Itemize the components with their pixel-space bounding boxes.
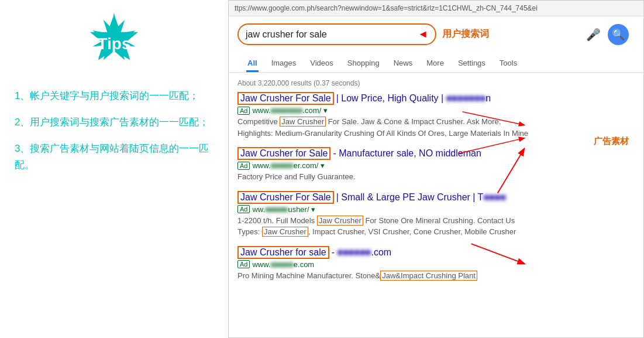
ad-badge-1: Ad bbox=[237, 107, 250, 115]
ad-title-row-3: Jaw Crusher For Sale | Small & Large PE … bbox=[237, 191, 635, 204]
tab-settings[interactable]: Settings bbox=[457, 56, 487, 72]
tab-news[interactable]: News bbox=[392, 56, 414, 72]
ad-badge-4: Ad bbox=[237, 260, 250, 268]
ad-result-1: Jaw Crusher For Sale | Low Price, High Q… bbox=[237, 92, 635, 139]
ad-landing-highlight: Jaw&Impact Crushing Plant bbox=[380, 271, 477, 281]
browser-panel: ttps://www.google.com.ph/search?newwindo… bbox=[228, 0, 644, 338]
ad-desc-2: Factory Price and Fully Guarantee. bbox=[237, 171, 635, 183]
ad-title-link-1[interactable]: Jaw Crusher For Sale bbox=[237, 92, 334, 105]
tips-container: Tips bbox=[15, 12, 213, 76]
results-area: About 3,220,000 results (0.37 seconds) 广… bbox=[229, 73, 643, 337]
ad-highlight-3b: Jaw Crusher bbox=[262, 227, 308, 237]
ad-url-row-3: Ad ww.■■■■■usher/ ▾ bbox=[237, 205, 635, 214]
search-query: jaw crusher for sale bbox=[246, 29, 415, 40]
ad-highlight-3: Jaw Crusher bbox=[317, 216, 363, 226]
tips-starburst: Tips bbox=[82, 12, 146, 76]
ad-desc-1: Competitive Jaw Crusher For Sale. Jaw & … bbox=[237, 116, 635, 139]
ad-title-link-4[interactable]: Jaw Crusher for sale bbox=[237, 246, 329, 259]
ad-url-row-1: Ad www.■■■■■■■.com/ ▾ bbox=[237, 106, 635, 115]
search-submit-icon[interactable]: 🔍 bbox=[608, 24, 629, 45]
results-wrapper: 广告素材 Jaw Crusher For Sale | Low Price, H… bbox=[237, 92, 635, 281]
ad-title-rest-4: - ■■■■■■.com bbox=[332, 247, 391, 258]
search-arrow-icon: ◄ bbox=[418, 28, 428, 40]
mic-icon[interactable]: 🎤 bbox=[586, 28, 601, 42]
ad-title-link-3[interactable]: Jaw Crusher For Sale bbox=[237, 191, 334, 204]
ad-title-row-1: Jaw Crusher For Sale | Low Price, High Q… bbox=[237, 92, 635, 105]
tab-videos[interactable]: Videos bbox=[309, 56, 335, 72]
ad-title-row-2: Jaw Crusher for Sale - Manufacturer sale… bbox=[237, 147, 635, 160]
points-container: 1、帐户关键字与用户搜索词的一一匹配； 2、用户搜索词与搜索广告素材的一一匹配；… bbox=[15, 88, 213, 173]
ad-result-2: Jaw Crusher for Sale - Manufacturer sale… bbox=[237, 147, 635, 183]
ad-title-rest-2: - Manufacturer sale, NO middleman bbox=[333, 148, 481, 159]
url-bar: ttps://www.google.com.ph/search?newwindo… bbox=[229, 1, 643, 16]
nav-tabs: All Images Videos Shopping News More Set… bbox=[237, 51, 527, 72]
ad-badge-2: Ad bbox=[237, 162, 250, 170]
search-label: 用户搜索词 bbox=[442, 28, 489, 40]
results-count: About 3,220,000 results (0.37 seconds) bbox=[237, 79, 635, 87]
ad-badge-3: Ad bbox=[237, 205, 250, 213]
tab-images[interactable]: Images bbox=[270, 56, 298, 72]
ad-title-row-4: Jaw Crusher for sale - ■■■■■■.com bbox=[237, 246, 635, 259]
ad-material-label: 广告素材 bbox=[594, 136, 629, 147]
ad-result-3: Jaw Crusher For Sale | Small & Large PE … bbox=[237, 191, 635, 238]
ad-url-1: www.■■■■■■■.com/ ▾ bbox=[252, 106, 327, 115]
left-panel: Tips 1、帐户关键字与用户搜索词的一一匹配； 2、用户搜索词与搜索广告素材的… bbox=[0, 0, 228, 338]
point-3: 3、搜索广告素材与网站着陆页信息的一一匹配。 bbox=[15, 141, 213, 172]
ad-url-row-2: Ad www.■■■■■er.com/ ▾ bbox=[237, 161, 635, 170]
ad-title-rest-3: | Small & Large PE Jaw Crusher | T■■■■ bbox=[336, 192, 506, 203]
search-icons: 🎤 🔍 bbox=[586, 24, 635, 45]
tab-tools[interactable]: Tools bbox=[498, 56, 518, 72]
tab-more[interactable]: More bbox=[425, 56, 445, 72]
point-1: 1、帐户关键字与用户搜索词的一一匹配； bbox=[15, 88, 213, 104]
search-row: jaw crusher for sale ◄ 用户搜索词 🎤 🔍 bbox=[237, 23, 635, 45]
ad-highlight-1: Jaw Crusher bbox=[280, 117, 326, 127]
ad-title-link-2[interactable]: Jaw Crusher for Sale bbox=[237, 147, 330, 160]
ad-url-row-4: Ad www.■■■■■e.com bbox=[237, 260, 635, 269]
tips-label: Tips bbox=[97, 35, 130, 53]
ad-url-4: www.■■■■■e.com bbox=[252, 260, 314, 269]
search-box[interactable]: jaw crusher for sale ◄ bbox=[237, 23, 436, 45]
tab-shopping[interactable]: Shopping bbox=[346, 56, 381, 72]
ad-title-rest-1: | Low Price, High Quality | ■■■■■■■n bbox=[336, 93, 491, 104]
ad-desc-3: 1-2200 t/h. Full Models Jaw Crusher For … bbox=[237, 215, 635, 238]
ad-url-2: www.■■■■■er.com/ ▾ bbox=[252, 161, 325, 170]
point-2: 2、用户搜索词与搜索广告素材的一一匹配； bbox=[15, 114, 213, 130]
ad-desc-4: Pro Mining Machine Manufacturer. Stone&J… bbox=[237, 270, 635, 282]
ad-url-3: ww.■■■■■usher/ ▾ bbox=[252, 205, 315, 214]
search-area: jaw crusher for sale ◄ 用户搜索词 🎤 🔍 All Ima… bbox=[229, 16, 643, 73]
ad-result-4: Jaw Crusher for sale - ■■■■■■.com Ad www… bbox=[237, 246, 635, 282]
tab-all[interactable]: All bbox=[246, 56, 259, 72]
